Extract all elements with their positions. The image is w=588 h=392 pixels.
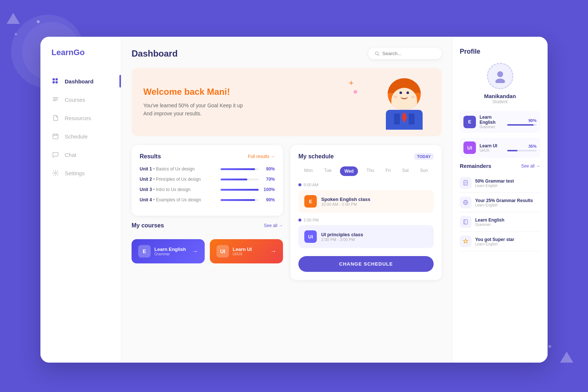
svg-rect-2 <box>53 81 55 83</box>
search-input[interactable] <box>382 51 435 56</box>
course-card-english[interactable]: E Learn English Grammar → <box>132 239 205 263</box>
course-name-english: Learn English <box>154 247 189 252</box>
schedule-title: My schedule <box>298 153 334 160</box>
sidebar-label-dashboard: Dashboard <box>65 78 93 84</box>
skill-progress-fill-english <box>507 124 534 126</box>
reminder-info-1: Your 25% Grammar Results Learn English <box>475 198 533 207</box>
schedule-time-2pm: 2:00 PM <box>298 218 434 222</box>
welcome-subtext2: And improve your results. <box>143 109 243 118</box>
my-courses-section: My courses See all → E Learn English Gra… <box>132 222 283 263</box>
sidebar-label-schedule: Schedule <box>65 133 88 140</box>
skill-progress-english <box>507 124 537 126</box>
result-pct: 90% <box>262 166 275 172</box>
event-info-english: Spoken English class 10:00 AM - 2:00 PM <box>321 197 370 206</box>
svg-point-8 <box>55 172 57 174</box>
skill-info-english: Learn English Grammer <box>480 115 503 129</box>
course-badge-english: E <box>138 245 151 258</box>
svg-rect-7 <box>53 134 58 139</box>
day-fri[interactable]: Fri <box>383 166 394 176</box>
bg-decoration-triangle1 <box>7 13 20 24</box>
progress-bar <box>220 179 259 180</box>
result-row: Unit 1 • Basics of Ux design 90% <box>140 166 275 172</box>
result-row: Unit 4 • Examples of Ux design 90% <box>140 197 275 202</box>
svg-rect-4 <box>53 97 58 98</box>
profile-role: Student <box>492 99 508 104</box>
result-rows: Unit 1 • Basics of Ux design 90% Unit 2 … <box>140 166 275 202</box>
see-all-courses-link[interactable]: See all → <box>264 223 283 228</box>
reminder-item-1: Your 25% Grammar Results Learn English <box>460 193 540 212</box>
sidebar-label-courses: Courses <box>65 97 85 103</box>
two-column-row: Results Full results → Unit 1 • Basics o… <box>132 145 442 280</box>
chat-icon <box>51 151 60 159</box>
day-sun[interactable]: Sun <box>417 166 431 176</box>
svg-rect-6 <box>53 100 57 101</box>
schedule-card: My schedule TODAY Mon Tue Wed Thu Fri Sa… <box>290 145 442 280</box>
reminder-item-0: 50% Grammar test Learn English <box>460 173 540 193</box>
day-wed[interactable]: Wed <box>340 166 358 176</box>
progress-bar <box>220 168 259 170</box>
sidebar-item-dashboard[interactable]: Dashboard <box>40 72 121 90</box>
schedule-icon <box>51 132 60 140</box>
profile-panel: Profile Manikandan Student E Learn Engli… <box>452 37 548 363</box>
course-info-ui: Learn UI UI/UX <box>229 247 270 256</box>
reminder-info-2: Learn English Grammer <box>475 217 504 227</box>
results-card-header: Results Full results → <box>140 153 275 160</box>
skill-item-ui: UI Learn UI Ui/UX 35% <box>460 138 540 158</box>
skill-right-english: 90% <box>507 118 537 126</box>
sidebar-item-settings[interactable]: Settings <box>40 164 121 182</box>
course-info-english: Learn English Grammar <box>151 247 192 256</box>
results-section: Results Full results → Unit 1 • Basics o… <box>132 145 283 280</box>
reminder-item-2: Learn English Grammer <box>460 212 540 232</box>
result-pct: 100% <box>262 187 275 192</box>
course-sub-ui: UI/UX <box>233 252 267 256</box>
reminder-name-0: 50% Grammar test <box>475 179 514 184</box>
results-card: Results Full results → Unit 1 • Basics o… <box>132 145 283 216</box>
progress-bar-fill <box>220 179 247 180</box>
sidebar-label-chat: Chat <box>65 152 76 158</box>
see-all-reminders-link[interactable]: See all → <box>521 163 540 169</box>
course-name-ui: Learn UI <box>233 247 267 252</box>
resources-icon <box>51 114 60 122</box>
skill-info-ui: Learn UI Ui/UX <box>480 143 503 152</box>
week-days: Mon Tue Wed Thu Fri Sat Sun <box>298 166 434 176</box>
logo: LearnGo <box>40 48 121 72</box>
reminder-sub-1: Learn English <box>475 203 533 207</box>
search-icon <box>375 51 379 56</box>
change-schedule-button[interactable]: CHANGE SCHEDULE <box>298 256 434 272</box>
svg-point-11 <box>495 79 505 83</box>
main-card: LearnGo Dashboard <box>40 37 548 363</box>
schedule-event-ui: UI UI principles class 2:00 PM - 3:00 PM <box>298 225 434 248</box>
sidebar: LearnGo Dashboard <box>40 37 121 363</box>
result-label: Unit 1 • Basics of Ux design <box>140 166 217 172</box>
reminder-icon-book <box>460 216 472 228</box>
reminder-icon-star <box>460 235 472 247</box>
result-row: Unit 3 • Intro to Ux design 100% <box>140 187 275 192</box>
reminders-title: Remainders <box>460 163 491 169</box>
event-name-english: Spoken English class <box>321 197 370 202</box>
day-mon[interactable]: Mon <box>301 166 316 176</box>
today-badge: TODAY <box>414 153 434 160</box>
sidebar-item-courses[interactable]: Courses <box>40 90 121 109</box>
skill-sub-english: Grammer <box>480 125 503 129</box>
skill-name-ui: Learn UI <box>480 143 503 148</box>
course-arrow-english: → <box>192 248 198 255</box>
sidebar-item-schedule[interactable]: Schedule <box>40 127 121 145</box>
day-tue[interactable]: Tue <box>321 166 334 176</box>
sidebar-item-resources[interactable]: Resources <box>40 109 121 127</box>
search-bar[interactable] <box>368 48 442 59</box>
reminder-name-3: You got Super star <box>475 237 514 242</box>
reminder-sub-3: Learn English <box>475 242 514 246</box>
skill-sub-ui: Ui/UX <box>480 148 503 152</box>
day-sat[interactable]: Sat <box>399 166 412 176</box>
welcome-subtext1: You've learned 50% of your Goal Keep it … <box>143 101 243 109</box>
full-results-link[interactable]: Full results → <box>248 154 275 159</box>
course-sub-english: Grammar <box>154 252 189 256</box>
sidebar-item-chat[interactable]: Chat <box>40 145 121 164</box>
reminder-name-1: Your 25% Grammar Results <box>475 198 533 203</box>
course-card-ui[interactable]: UI Learn UI UI/UX → <box>210 239 283 263</box>
day-thu[interactable]: Thu <box>363 166 377 176</box>
courses-icon <box>51 96 60 104</box>
skill-badge-ui: UI <box>463 141 476 154</box>
welcome-banner: Welcome back Mani! You've learned 50% of… <box>132 68 442 136</box>
svg-rect-1 <box>55 78 58 80</box>
